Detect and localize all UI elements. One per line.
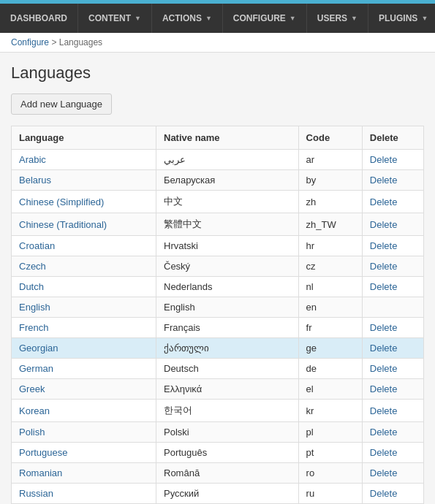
nav-item-dashboard[interactable]: DASHBOARD bbox=[0, 4, 78, 33]
language-link[interactable]: Chinese (Traditional) bbox=[19, 219, 107, 230]
language-link[interactable]: English bbox=[19, 302, 50, 313]
breadcrumb-bar: Configure > Languages bbox=[0, 33, 435, 53]
nav-configure-label: CONFIGURE bbox=[233, 13, 286, 23]
nav-actions-label: ACTIONS bbox=[162, 13, 202, 23]
code-cell: zh bbox=[298, 191, 362, 213]
table-row: CzechČeskýczDelete bbox=[12, 256, 424, 277]
table-header: Language Native name Code Delete bbox=[12, 126, 424, 150]
native-name-cell: Hrvatski bbox=[156, 236, 299, 256]
col-header-language: Language bbox=[12, 126, 156, 150]
language-link[interactable]: Greek bbox=[19, 383, 45, 394]
nav-content-label: CONTENT bbox=[88, 13, 131, 23]
delete-link[interactable]: Delete bbox=[370, 383, 398, 394]
table-row: DutchNederlandsnlDelete bbox=[12, 277, 424, 297]
code-cell: ro bbox=[298, 463, 362, 484]
table-row: BelarusБеларускаяbyDelete bbox=[12, 170, 424, 191]
native-name-cell: Polski bbox=[156, 422, 299, 443]
delete-link[interactable]: Delete bbox=[370, 240, 398, 251]
content-arrow-icon: ▼ bbox=[135, 15, 141, 22]
native-name-cell: Română bbox=[156, 463, 299, 484]
native-name-cell: Português bbox=[156, 443, 299, 463]
nav-item-configure[interactable]: CONFIGURE ▼ bbox=[223, 4, 307, 33]
breadcrumb-separator: > bbox=[51, 37, 58, 47]
language-link[interactable]: Georgian bbox=[19, 343, 58, 354]
language-link[interactable]: Polish bbox=[19, 427, 45, 438]
language-link[interactable]: Belarus bbox=[19, 175, 51, 186]
delete-link[interactable]: Delete bbox=[370, 405, 398, 416]
nav-plugins-label: PLUGINS bbox=[379, 13, 417, 23]
delete-link[interactable]: Delete bbox=[370, 488, 398, 499]
nav-users-label: USERS bbox=[317, 13, 347, 23]
breadcrumb-parent-link[interactable]: Configure bbox=[11, 37, 49, 47]
language-link[interactable]: Romanian bbox=[19, 467, 62, 478]
language-link[interactable]: Chinese (Simplified) bbox=[19, 196, 104, 207]
delete-link[interactable]: Delete bbox=[370, 175, 398, 186]
nav-bar: DASHBOARD CONTENT ▼ ACTIONS ▼ CONFIGURE … bbox=[0, 4, 435, 33]
language-link[interactable]: Dutch bbox=[19, 281, 44, 292]
table-row: EnglishEnglishen bbox=[12, 297, 424, 318]
plugins-arrow-icon: ▼ bbox=[421, 15, 428, 22]
breadcrumb-current: Languages bbox=[59, 37, 102, 47]
delete-link[interactable]: Delete bbox=[370, 343, 398, 354]
nav-item-content[interactable]: CONTENT ▼ bbox=[78, 4, 152, 33]
code-cell: pt bbox=[298, 443, 362, 463]
native-name-cell: Français bbox=[156, 318, 299, 338]
configure-arrow-icon: ▼ bbox=[290, 15, 296, 22]
native-name-cell: Беларуская bbox=[156, 170, 299, 191]
table-row: RussianРусскийruDelete bbox=[12, 484, 424, 504]
table-row: Korean한국어krDelete bbox=[12, 400, 424, 422]
language-link[interactable]: Czech bbox=[19, 261, 46, 272]
add-language-button[interactable]: Add new Language bbox=[11, 93, 112, 115]
code-cell: cz bbox=[298, 256, 362, 277]
code-cell: en bbox=[298, 297, 362, 318]
table-row: Chinese (Traditional)繁體中文zh_TWDelete bbox=[12, 213, 424, 236]
table-row: GreekΕλληνικάelDelete bbox=[12, 379, 424, 400]
language-link[interactable]: French bbox=[19, 322, 48, 333]
delete-link[interactable]: Delete bbox=[370, 322, 398, 333]
table-row: Chinese (Simplified)中文zhDelete bbox=[12, 191, 424, 213]
delete-link[interactable]: Delete bbox=[370, 427, 398, 438]
delete-link[interactable]: Delete bbox=[370, 154, 398, 165]
native-name-cell: Deutsch bbox=[156, 359, 299, 379]
native-name-cell: 한국어 bbox=[156, 400, 299, 422]
users-arrow-icon: ▼ bbox=[351, 15, 358, 22]
code-cell: el bbox=[298, 379, 362, 400]
native-name-cell: Ελληνικά bbox=[156, 379, 299, 400]
nav-item-actions[interactable]: ACTIONS ▼ bbox=[152, 4, 223, 33]
code-cell: ru bbox=[298, 484, 362, 504]
code-cell: by bbox=[298, 170, 362, 191]
language-link[interactable]: Croatian bbox=[19, 240, 55, 251]
table-row: GermanDeutschdeDelete bbox=[12, 359, 424, 379]
native-name-cell: 中文 bbox=[156, 191, 299, 213]
native-name-cell: Nederlands bbox=[156, 277, 299, 297]
nav-item-plugins[interactable]: PLUGINS ▼ bbox=[368, 4, 435, 33]
code-cell: kr bbox=[298, 400, 362, 422]
table-row: FrenchFrançaisfrDelete bbox=[12, 318, 424, 338]
table-row: PortuguesePortuguêsptDelete bbox=[12, 443, 424, 463]
native-name-cell: عربي bbox=[156, 150, 299, 170]
code-cell: ge bbox=[298, 338, 362, 359]
table-row: GeorgianქართულიgeDelete bbox=[12, 338, 424, 359]
table-row: PolishPolskiplDelete bbox=[12, 422, 424, 443]
language-link[interactable]: Portuguese bbox=[19, 447, 68, 458]
nav-dashboard-label: DASHBOARD bbox=[10, 13, 67, 23]
native-name-cell: 繁體中文 bbox=[156, 213, 299, 236]
languages-table: Language Native name Code Delete Arabicع… bbox=[11, 126, 424, 504]
language-link[interactable]: Russian bbox=[19, 488, 53, 499]
language-link[interactable]: Arabic bbox=[19, 154, 46, 165]
col-header-code: Code bbox=[298, 126, 362, 150]
table-row: RomanianRomânăroDelete bbox=[12, 463, 424, 484]
nav-item-users[interactable]: USERS ▼ bbox=[307, 4, 368, 33]
delete-link[interactable]: Delete bbox=[370, 363, 398, 374]
delete-link[interactable]: Delete bbox=[370, 281, 398, 292]
delete-link[interactable]: Delete bbox=[370, 467, 398, 478]
delete-link[interactable]: Delete bbox=[370, 447, 398, 458]
table-row: CroatianHrvatskihrDelete bbox=[12, 236, 424, 256]
native-name-cell: Český bbox=[156, 256, 299, 277]
delete-link[interactable]: Delete bbox=[370, 196, 398, 207]
delete-link[interactable]: Delete bbox=[370, 219, 398, 230]
language-link[interactable]: German bbox=[19, 363, 53, 374]
code-cell: ar bbox=[298, 150, 362, 170]
language-link[interactable]: Korean bbox=[19, 405, 50, 416]
delete-link[interactable]: Delete bbox=[370, 261, 398, 272]
